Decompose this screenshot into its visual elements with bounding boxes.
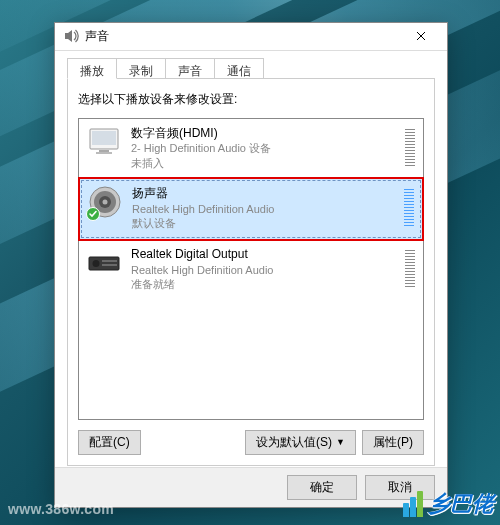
sound-icon	[63, 28, 79, 44]
tab-recording[interactable]: 录制	[116, 58, 166, 79]
window-title: 声音	[85, 28, 401, 45]
watermark-text: 乡巴佬	[428, 489, 494, 519]
chevron-down-icon: ▼	[336, 437, 345, 447]
instruction-text: 选择以下播放设备来修改设置:	[78, 91, 424, 108]
svg-marker-0	[65, 30, 72, 42]
device-desc: 2- High Definition Audio 设备	[131, 141, 399, 156]
btn-label: 设为默认值(S)	[256, 434, 332, 451]
device-info: 扬声器 Realtek High Definition Audio 默认设备	[132, 185, 398, 231]
btn-label: 确定	[310, 479, 334, 496]
btn-label: 属性(P)	[373, 434, 413, 451]
default-check-icon	[86, 207, 100, 221]
highlight-annotation: 扬声器 Realtek High Definition Audio 默认设备	[78, 177, 424, 241]
svg-point-11	[93, 260, 100, 267]
tabbar: 播放 录制 声音 通信	[55, 51, 447, 79]
device-status: 准备就绪	[131, 277, 399, 292]
btn-label: 配置(C)	[89, 434, 130, 451]
level-meter	[405, 129, 415, 167]
tab-communications[interactable]: 通信	[214, 58, 264, 79]
device-name: 扬声器	[132, 185, 398, 201]
set-default-button[interactable]: 设为默认值(S) ▼	[245, 430, 356, 455]
device-row-digital-output[interactable]: Realtek Digital Output Realtek High Defi…	[79, 240, 423, 300]
device-info: 数字音频(HDMI) 2- High Definition Audio 设备 未…	[131, 125, 399, 171]
svg-point-8	[103, 200, 108, 205]
tab-playback[interactable]: 播放	[67, 58, 117, 79]
watermark-logo-icon	[403, 491, 424, 517]
svg-rect-4	[96, 152, 112, 154]
speaker-icon	[88, 185, 122, 219]
device-status: 未插入	[131, 156, 399, 171]
device-desc: Realtek High Definition Audio	[132, 202, 398, 217]
receiver-icon	[87, 246, 121, 280]
sound-dialog: 声音 播放 录制 声音 通信 选择以下播放设备来修改设置: 数字音频(HDMI)…	[54, 22, 448, 508]
watermark-url: www.386w.com	[8, 501, 114, 517]
properties-button[interactable]: 属性(P)	[362, 430, 424, 455]
ok-button[interactable]: 确定	[287, 475, 357, 500]
device-row-hdmi[interactable]: 数字音频(HDMI) 2- High Definition Audio 设备 未…	[79, 119, 423, 179]
configure-button[interactable]: 配置(C)	[78, 430, 141, 455]
titlebar: 声音	[55, 23, 447, 51]
svg-rect-2	[92, 131, 116, 145]
device-name: Realtek Digital Output	[131, 246, 399, 262]
device-desc: Realtek High Definition Audio	[131, 263, 399, 278]
svg-rect-13	[102, 264, 117, 266]
panel-button-row: 配置(C) 设为默认值(S) ▼ 属性(P)	[78, 430, 424, 455]
tab-sounds[interactable]: 声音	[165, 58, 215, 79]
svg-rect-12	[102, 260, 117, 262]
device-status: 默认设备	[132, 216, 398, 231]
level-meter	[404, 189, 414, 227]
level-meter	[405, 250, 415, 288]
svg-rect-3	[99, 150, 109, 152]
device-list: 数字音频(HDMI) 2- High Definition Audio 设备 未…	[78, 118, 424, 420]
tab-panel-playback: 选择以下播放设备来修改设置: 数字音频(HDMI) 2- High Defini…	[67, 78, 435, 466]
device-name: 数字音频(HDMI)	[131, 125, 399, 141]
monitor-icon	[87, 125, 121, 159]
device-row-speakers[interactable]: 扬声器 Realtek High Definition Audio 默认设备	[80, 179, 422, 239]
watermark: 乡巴佬	[403, 489, 494, 519]
close-button[interactable]	[401, 24, 441, 48]
device-info: Realtek Digital Output Realtek High Defi…	[131, 246, 399, 292]
